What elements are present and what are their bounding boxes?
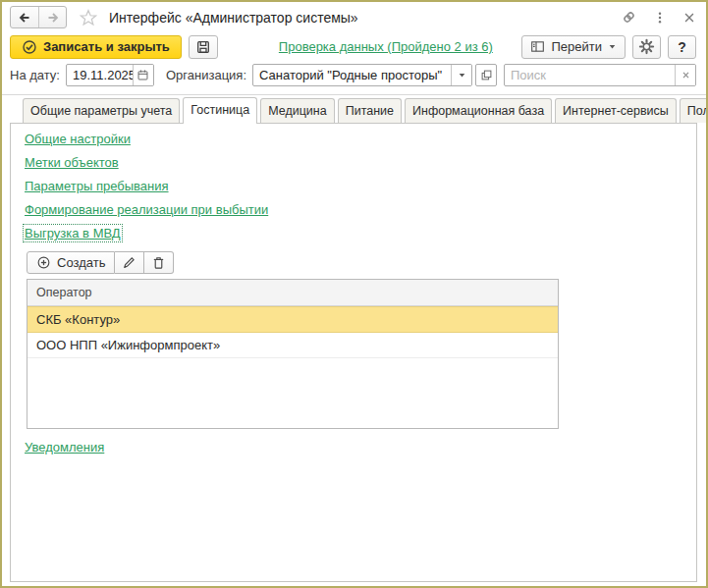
clear-search-icon[interactable] <box>675 65 695 85</box>
favorite-star-icon[interactable] <box>80 9 97 27</box>
gear-icon <box>638 38 655 55</box>
link-mvd-export[interactable]: Выгрузка в МВД <box>25 226 121 241</box>
create-label: Создать <box>57 255 105 270</box>
date-value[interactable]: 19.11.2025 <box>67 68 133 82</box>
trash-icon <box>151 255 166 270</box>
save-and-close-button[interactable]: Записать и закрыть <box>10 35 182 59</box>
tab-general-accounting[interactable]: Общие параметры учета <box>23 98 180 123</box>
close-icon[interactable] <box>682 11 696 25</box>
tab-internet-services[interactable]: Интернет-сервисы <box>555 98 677 123</box>
title-bar: Интерфейс «Администратор системы» <box>2 2 706 32</box>
organization-label: Организация: <box>166 68 246 82</box>
tab-hotel[interactable]: Гостиница <box>183 97 257 124</box>
goto-label: Перейти <box>551 39 602 54</box>
tab-page-hotel: Общие настройки Метки объектов Параметры… <box>10 123 697 582</box>
date-input[interactable]: 19.11.2025 <box>66 64 154 86</box>
tab-medicine[interactable]: Медицина <box>260 98 335 123</box>
goto-button[interactable]: Перейти <box>521 35 626 59</box>
get-link-icon[interactable] <box>621 9 637 26</box>
history-nav-group <box>10 6 67 28</box>
plus-circle-icon <box>36 255 51 270</box>
window-title: Интерфейс «Администратор системы» <box>109 10 358 26</box>
app-window: Интерфейс «Администратор системы» Записа… <box>0 0 708 588</box>
operators-column-header[interactable]: Оператор <box>27 280 558 306</box>
date-label: На дату: <box>10 68 60 82</box>
calendar-icon[interactable] <box>133 65 153 85</box>
pencil-icon <box>122 255 136 270</box>
save-and-close-label: Записать и закрыть <box>43 39 170 54</box>
organization-value[interactable]: Санаторий "Родные просторы" <box>253 68 451 82</box>
data-check-link[interactable]: Проверка данных (Пройдено 2 из 6) <box>279 39 493 54</box>
filters-row: На дату: 19.11.2025 Организация: Санатор… <box>2 61 706 95</box>
settings-button[interactable] <box>632 35 661 59</box>
link-object-tags[interactable]: Метки объектов <box>25 155 119 170</box>
tab-infobase[interactable]: Информационная база <box>405 98 552 123</box>
tab-catering[interactable]: Питание <box>338 98 402 123</box>
delete-button[interactable] <box>144 251 174 274</box>
tab-users[interactable]: Пользователи <box>680 98 708 123</box>
table-row-skb-kontur[interactable]: СКБ «Контур» <box>27 306 558 333</box>
back-button[interactable] <box>11 7 38 27</box>
more-menu-icon[interactable] <box>653 11 667 25</box>
operators-table: Оператор СКБ «Контур» ООО НПП «Ижинформп… <box>27 279 559 429</box>
table-row-izhinformproekt[interactable]: ООО НПП «Ижинформпроект» <box>27 333 558 358</box>
operators-toolbar: Создать <box>27 251 174 274</box>
check-circle-icon <box>22 39 37 55</box>
goto-panel-icon <box>530 39 545 54</box>
back-icon <box>17 10 32 26</box>
search-input[interactable]: Поиск <box>504 64 696 86</box>
link-stay-parameters[interactable]: Параметры пребывания <box>25 179 169 193</box>
create-button[interactable]: Создать <box>27 251 115 274</box>
floppy-icon <box>195 39 211 55</box>
open-organization-button[interactable] <box>475 64 497 86</box>
combo-dropdown-icon[interactable] <box>451 65 471 85</box>
caret-down-icon <box>608 42 617 51</box>
link-general-settings[interactable]: Общие настройки <box>25 132 131 146</box>
forward-icon <box>45 10 61 26</box>
save-button[interactable] <box>189 35 218 59</box>
edit-button[interactable] <box>115 251 144 274</box>
form-toolbar: Записать и закрыть Проверка данных (Прой… <box>2 32 706 61</box>
tab-bar: Общие параметры учета Гостиница Медицина… <box>2 95 706 123</box>
organization-combo[interactable]: Санаторий "Родные просторы" <box>252 64 472 86</box>
link-checkout-sales[interactable]: Формирование реализации при выбытии <box>25 202 268 217</box>
forward-button[interactable] <box>38 7 66 27</box>
link-notifications[interactable]: Уведомления <box>25 440 104 454</box>
help-button[interactable]: ? <box>668 35 696 59</box>
search-placeholder: Поиск <box>505 68 675 82</box>
open-window-icon <box>480 69 493 81</box>
